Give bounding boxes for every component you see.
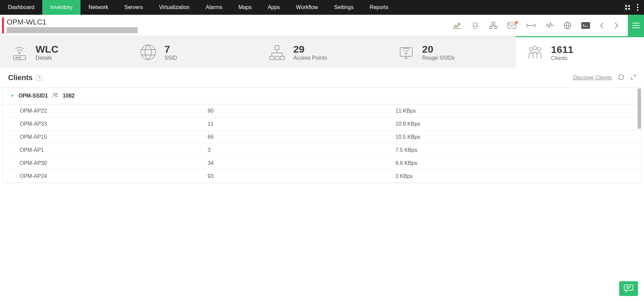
svg-point-20 xyxy=(406,53,407,54)
hamburger-menu-button[interactable] xyxy=(628,15,644,36)
wlc-icon xyxy=(10,43,29,62)
nav-settings[interactable]: Settings xyxy=(326,0,362,15)
tab-access-points[interactable]: 29 Access Points xyxy=(258,36,386,68)
caret-down-icon: ▼ xyxy=(10,94,14,98)
svg-point-2 xyxy=(637,9,638,11)
client-count: 90 xyxy=(208,108,395,114)
tab-clients-label: Clients xyxy=(551,55,574,61)
ap-name: OPM-AP33 xyxy=(20,121,208,127)
nav-inventory[interactable]: Inventory xyxy=(42,0,80,15)
svg-point-9 xyxy=(19,52,20,54)
svg-rect-15 xyxy=(275,46,279,50)
envelope-icon[interactable] xyxy=(507,22,517,29)
ap-name: OPM-AP15 xyxy=(20,134,208,140)
clients-icon xyxy=(526,43,544,62)
tab-wlc[interactable]: WLC Details xyxy=(0,36,129,68)
tab-clients-value: 1611 xyxy=(551,44,574,55)
svg-point-23 xyxy=(537,48,541,51)
table-row[interactable]: OPM-AP30346.6 KBps xyxy=(2,157,642,170)
svg-point-22 xyxy=(533,46,537,50)
nav-apps[interactable]: Apps xyxy=(260,0,288,15)
device-header: OPM-WLC1 xyxy=(0,15,644,36)
access-points-icon xyxy=(268,43,286,62)
globe-icon[interactable] xyxy=(564,21,572,29)
group-name: OPM-SSID1 xyxy=(18,93,48,99)
chart-icon[interactable] xyxy=(453,22,462,29)
tab-rogue-label: Rouge SSIDs xyxy=(422,55,455,61)
header-toolbar xyxy=(453,15,644,36)
nav-workflow[interactable]: Workflow xyxy=(288,0,326,15)
tab-ssid[interactable]: 7 SSID xyxy=(129,36,258,68)
svg-rect-4 xyxy=(490,26,492,28)
discover-clients-link[interactable]: Discover Clients xyxy=(573,75,612,81)
data-rate: 7.5 KBps xyxy=(395,147,624,153)
nav-alarms[interactable]: Alarms xyxy=(198,0,230,15)
terminal-icon[interactable] xyxy=(581,22,590,29)
svg-point-12 xyxy=(17,57,18,58)
expand-icon[interactable] xyxy=(631,74,636,81)
chat-button[interactable] xyxy=(619,281,638,296)
tab-ssid-value: 7 xyxy=(164,44,177,55)
ssid-icon xyxy=(139,43,158,62)
clients-table: ▼ OPM-SSID1 1082 OPM-AP229011 KBpsOPM-AP… xyxy=(2,87,642,183)
tab-wlc-label: Details xyxy=(36,55,58,61)
data-rate: 11 KBps xyxy=(395,108,624,114)
scrollbar-thumb[interactable] xyxy=(638,88,641,129)
refresh-icon[interactable] xyxy=(618,74,625,82)
table-row[interactable]: OPM-AP24933 KBps xyxy=(2,170,642,183)
table-row[interactable]: OPM-AP156610.5 KBps xyxy=(2,130,642,143)
nav-network[interactable]: Network xyxy=(80,0,116,15)
svg-rect-19 xyxy=(400,48,412,56)
svg-rect-18 xyxy=(280,56,284,60)
scrollbar[interactable] xyxy=(638,88,641,182)
section-title: Clients xyxy=(8,73,33,82)
topology-icon[interactable] xyxy=(489,21,498,29)
tab-wlc-value: WLC xyxy=(36,44,58,55)
svg-rect-3 xyxy=(492,22,495,24)
svg-rect-26 xyxy=(624,285,633,290)
ssid-group-row[interactable]: ▼ OPM-SSID1 1082 xyxy=(2,88,642,104)
activity-icon[interactable] xyxy=(545,22,554,29)
client-count: 11 xyxy=(208,121,395,127)
nav-servers[interactable]: Servers xyxy=(116,0,151,15)
client-count: 93 xyxy=(208,173,395,179)
ap-name: OPM-AP24 xyxy=(20,173,208,179)
chevron-right-icon[interactable] xyxy=(614,22,619,29)
svg-point-21 xyxy=(529,48,533,51)
svg-rect-8 xyxy=(581,22,590,29)
device-title: OPM-WLC1 xyxy=(7,18,138,26)
help-icon[interactable]: ? xyxy=(36,75,42,81)
svg-rect-6 xyxy=(508,23,516,28)
tab-ap-label: Access Points xyxy=(293,55,327,61)
tab-clients[interactable]: 1611 Clients xyxy=(516,36,644,68)
svg-rect-17 xyxy=(275,56,279,60)
chevron-left-icon[interactable] xyxy=(600,22,604,29)
table-row[interactable]: OPM-AP331110.9 KBps xyxy=(2,117,642,130)
rogue-ssid-icon xyxy=(397,43,416,62)
client-count: 34 xyxy=(208,160,395,166)
client-count: 3 xyxy=(208,147,395,153)
nav-maps[interactable]: Maps xyxy=(230,0,260,15)
bell-icon[interactable] xyxy=(471,21,480,29)
kebab-menu-icon[interactable] xyxy=(637,4,639,11)
data-rate: 10.5 KBps xyxy=(395,134,624,140)
svg-point-0 xyxy=(637,4,638,5)
nav-virtualization[interactable]: Virtualization xyxy=(151,0,198,15)
table-row[interactable]: OPM-AP229011 KBps xyxy=(2,104,642,117)
collapse-icon[interactable] xyxy=(624,4,631,11)
svg-point-13 xyxy=(19,57,20,58)
data-rate: 3 KBps xyxy=(395,173,624,179)
group-count: 1082 xyxy=(63,93,75,99)
nav-reports[interactable]: Reports xyxy=(362,0,396,15)
ap-name: OPM-AP30 xyxy=(20,160,208,166)
svg-point-14 xyxy=(141,45,156,60)
svg-point-1 xyxy=(637,7,638,8)
data-rate: 6.6 KBps xyxy=(395,160,624,166)
link-icon[interactable] xyxy=(526,22,536,28)
data-rate: 10.9 KBps xyxy=(395,121,624,127)
table-row[interactable]: OPM-AP137.5 KBps xyxy=(2,143,642,157)
svg-point-25 xyxy=(56,94,58,95)
tab-rogue-value: 20 xyxy=(422,44,455,55)
tab-rogue-ssids[interactable]: 20 Rouge SSIDs xyxy=(387,36,516,68)
nav-dashboard[interactable]: Dashboard xyxy=(0,0,42,15)
